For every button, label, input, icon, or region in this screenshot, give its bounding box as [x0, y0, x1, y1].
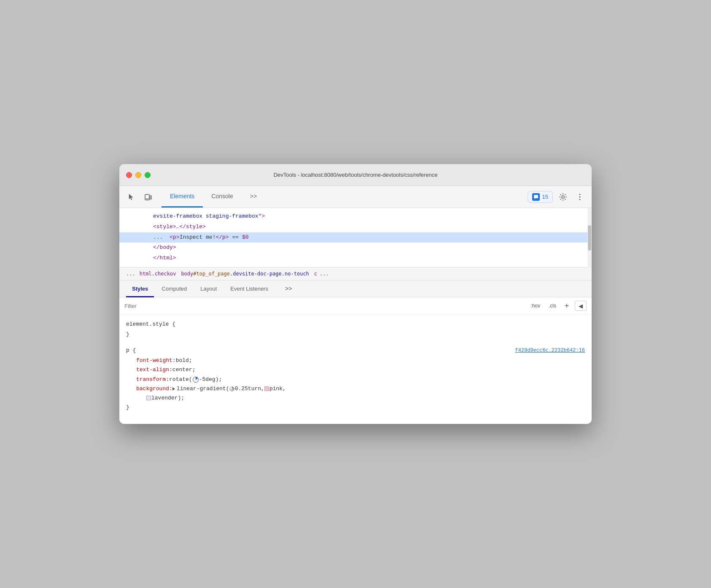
- dom-scrollbar-thumb[interactable]: [588, 225, 591, 251]
- gear-icon: [559, 193, 567, 201]
- chat-icon: [533, 194, 539, 200]
- css-panel: element.style { } p { f429d9ecc6c…2232b6…: [119, 315, 592, 424]
- dom-dollar: $0: [242, 234, 249, 240]
- colon-3: :: [166, 375, 169, 384]
- svg-rect-4: [534, 195, 538, 198]
- element-style-label: element.style {: [126, 321, 175, 327]
- tab-more[interactable]: >>: [242, 186, 265, 208]
- kebab-icon: [576, 193, 584, 201]
- element-style-rule: element.style { }: [126, 320, 585, 339]
- semi-4: ;: [181, 394, 184, 403]
- filter-input[interactable]: [124, 303, 525, 309]
- dom-html-close: </html>: [153, 255, 176, 261]
- tab-computed[interactable]: Computed: [156, 281, 193, 297]
- tab-layout[interactable]: Layout: [194, 281, 223, 297]
- css-value-pink: pink,: [269, 384, 286, 394]
- tab-more-styles[interactable]: >>: [279, 281, 298, 297]
- css-prop-name-font-weight: font-weight: [136, 356, 172, 365]
- svg-marker-5: [535, 198, 536, 199]
- bc-body-classes: .devsite-doc-page.no-touch: [230, 271, 309, 277]
- dom-body-close: </body>: [153, 244, 176, 251]
- colon-2: :: [169, 365, 172, 375]
- cursor-icon: [127, 193, 135, 201]
- toolbar-right: 15: [528, 190, 587, 204]
- device-icon: [144, 193, 152, 201]
- dom-p-close: </p>: [215, 234, 229, 240]
- notification-count: 15: [542, 194, 548, 200]
- styles-tabs: Styles Computed Layout Event Listeners >…: [119, 281, 592, 297]
- dom-scrollbar[interactable]: [587, 208, 592, 267]
- add-style-button[interactable]: +: [562, 301, 571, 310]
- cls-button[interactable]: .cls: [546, 302, 559, 310]
- filter-bar: :hov .cls + ◀: [119, 297, 592, 315]
- gradient-icon[interactable]: [229, 386, 234, 391]
- more-options-button[interactable]: [573, 190, 587, 204]
- dom-equals: ==: [229, 234, 242, 240]
- bc-body-tag: body: [181, 271, 193, 277]
- expand-background-arrow[interactable]: [172, 387, 175, 391]
- file-link[interactable]: f429d9ecc6c…2232b642:16: [515, 346, 585, 355]
- p-selector: p {: [126, 346, 136, 355]
- breadcrumb-more: ...: [320, 271, 329, 277]
- dom-ellipsis: ...: [153, 234, 163, 240]
- breadcrumb-c[interactable]: c: [314, 271, 317, 277]
- breadcrumb-ellipsis: ...: [126, 271, 135, 277]
- dom-inspect-text: Inspect me!: [180, 234, 216, 240]
- inspect-element-button[interactable]: [124, 190, 138, 204]
- dom-p-open: <p>: [170, 234, 179, 240]
- css-value-background-fn: linear-gradient(: [177, 384, 229, 394]
- tab-elements[interactable]: Elements: [162, 186, 203, 208]
- pink-swatch[interactable]: [264, 386, 269, 391]
- semi-1: ;: [189, 356, 192, 365]
- layout-toggle-button[interactable]: ◀: [575, 301, 587, 311]
- dom-line-html-close[interactable]: </html>: [119, 253, 592, 264]
- notification-badge[interactable]: 15: [528, 191, 553, 203]
- dom-attr-value-1: evsite-framebox staging-framebox: [153, 213, 259, 219]
- angle-icon[interactable]: [193, 377, 199, 383]
- hov-button[interactable]: :hov: [528, 302, 543, 310]
- p-rule: p { f429d9ecc6c…2232b642:16 font-weight:…: [126, 346, 585, 412]
- svg-point-9: [579, 199, 581, 200]
- element-style-selector: element.style {: [126, 320, 585, 329]
- css-prop-name-text-align: text-align: [136, 365, 169, 375]
- css-prop-font-weight[interactable]: font-weight: bold;: [126, 356, 585, 365]
- css-value-text-align: center: [172, 365, 192, 375]
- devtools-window: DevTools - localhost:8080/web/tools/chro…: [119, 164, 592, 424]
- p-rule-close: }: [126, 403, 585, 412]
- minimize-button[interactable]: [135, 172, 141, 178]
- css-panel-wrapper: element.style { } p { f429d9ecc6c…2232b6…: [119, 315, 592, 424]
- dom-tag-close-1: ">: [259, 213, 265, 219]
- svg-point-8: [579, 196, 581, 197]
- breadcrumb-body[interactable]: body#top_of_page.devsite-doc-page.no-tou…: [181, 271, 309, 277]
- semi-3: ;: [218, 375, 222, 384]
- title-bar: DevTools - localhost:8080/web/tools/chro…: [119, 164, 592, 186]
- p-rule-header: p { f429d9ecc6c…2232b642:16: [126, 346, 585, 356]
- css-prop-background[interactable]: background: linear-gradient( 0.25turn, p…: [126, 384, 585, 394]
- breadcrumb-html[interactable]: html.checkov: [140, 271, 176, 277]
- breadcrumb: ... html.checkov body#top_of_page.devsit…: [119, 267, 592, 281]
- css-prop-transform[interactable]: transform: rotate( -5deg);: [126, 375, 585, 384]
- dom-line-selected[interactable]: ... <p>Inspect me!</p> == $0: [119, 232, 592, 243]
- traffic-lights: [126, 172, 151, 178]
- tab-styles[interactable]: Styles: [126, 281, 154, 297]
- dom-tree: evsite-framebox staging-framebox"> <styl…: [119, 208, 592, 267]
- maximize-button[interactable]: [145, 172, 151, 178]
- dom-line-body-close[interactable]: </body>: [119, 243, 592, 253]
- css-value-gradient-turn: 0.25turn,: [235, 384, 264, 394]
- css-value-lavender: lavender): [151, 394, 181, 403]
- tab-console[interactable]: Console: [203, 186, 241, 208]
- tab-event-listeners[interactable]: Event Listeners: [224, 281, 274, 297]
- lavender-swatch[interactable]: [146, 396, 151, 400]
- settings-button[interactable]: [556, 190, 570, 204]
- close-button[interactable]: [126, 172, 132, 178]
- css-prop-text-align[interactable]: text-align: center;: [126, 365, 585, 375]
- svg-point-6: [562, 196, 564, 198]
- css-prop-name-background: background: [136, 384, 169, 394]
- device-toolbar-button[interactable]: [141, 190, 155, 204]
- dom-line-1[interactable]: evsite-framebox staging-framebox">: [119, 211, 592, 222]
- css-prop-background-cont: lavender);: [126, 394, 585, 403]
- css-value-font-weight: bold: [176, 356, 189, 365]
- colon-1: :: [172, 356, 176, 365]
- dom-line-2[interactable]: <style>…</style>: [119, 222, 592, 232]
- window-title: DevTools - localhost:8080/web/tools/chro…: [274, 172, 438, 178]
